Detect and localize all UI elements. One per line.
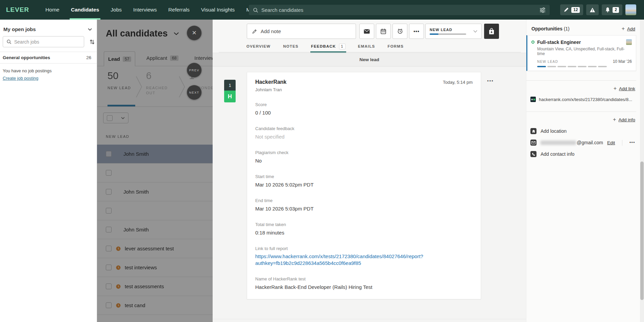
create-job-posting-link[interactable]: Create job posting — [0, 73, 97, 81]
top-nav: LEVER Home Candidates Jobs Interviews Re… — [0, 0, 644, 20]
opportunity-meta: Mountain View, CA, Unspecified, Full-sta… — [537, 47, 632, 56]
opportunity-card[interactable]: Full-stack Engineer Mountain View, CA, U… — [526, 35, 636, 71]
candidate-row[interactable] — [97, 201, 213, 220]
chevron-down-icon — [121, 117, 125, 119]
search-icon — [6, 39, 11, 44]
email-envelope-icon — [530, 140, 536, 146]
scrollbar-track[interactable] — [640, 20, 644, 322]
tab-feedback[interactable]: FEEDBACK1 — [311, 43, 345, 52]
feedback-card-menu[interactable]: ••• — [487, 78, 494, 83]
nav-item-referrals[interactable]: Referrals — [168, 0, 190, 20]
tab-emails[interactable]: EMAILS — [358, 43, 375, 52]
hackerrank-link-text[interactable]: hackerrank.com/x/tests/2172380/candidate… — [539, 97, 632, 102]
nav-item-candidates[interactable]: Candidates — [71, 0, 99, 20]
add-opportunity-button[interactable]: +Add — [622, 26, 635, 32]
pending-edits-button[interactable]: 12 — [560, 4, 583, 15]
stage-new-lead[interactable]: 50 NEW LEAD — [108, 70, 137, 91]
alerts-button[interactable] — [586, 4, 599, 15]
add-location-link[interactable]: Add location — [541, 128, 567, 134]
tab-applicant[interactable]: Applicant 68 — [146, 55, 178, 61]
row-checkbox[interactable] — [106, 170, 112, 176]
add-link-button[interactable]: +Add link — [526, 85, 635, 92]
report-link-line1[interactable]: https://www.hackerrank.com/x/tests/21723… — [255, 253, 473, 260]
scrollbar-thumb[interactable] — [640, 162, 644, 300]
stage-progress-bar — [430, 33, 466, 35]
hackerrank-link-row[interactable]: H hackerrank.com/x/tests/2172380/candida… — [530, 97, 635, 102]
row-checkbox[interactable] — [106, 246, 112, 251]
nav-actions: 12 2 — [560, 4, 636, 15]
tab-overview[interactable]: OVERVIEW — [246, 43, 270, 52]
phone-icon — [530, 151, 536, 157]
stage-dropdown[interactable]: NEW LEAD — [425, 24, 482, 39]
candidate-row[interactable] — [97, 164, 213, 182]
select-all-checkbox[interactable] — [107, 115, 113, 121]
add-info-button[interactable]: +Add info — [526, 117, 635, 123]
row-checkbox[interactable] — [106, 283, 112, 289]
collapse-chevron-icon[interactable] — [88, 28, 92, 31]
sidebar-item-general-opportunities[interactable]: General opportunities 26 — [0, 52, 97, 64]
report-link-line2[interactable]: authkey=fb19b2c9d228634a565b4cc0f6ea9f85 — [255, 260, 473, 267]
next-candidate-button[interactable]: NEXT — [187, 85, 201, 100]
progress-segment — [547, 66, 556, 67]
location-row: Add location — [530, 128, 635, 134]
chevron-down-icon — [473, 30, 477, 33]
candidate-row[interactable]: test interviews — [97, 258, 213, 277]
warning-triangle-icon — [590, 7, 595, 13]
hackerrank-icon: H — [530, 97, 536, 102]
search-jobs-input[interactable] — [14, 39, 80, 45]
schedule-button[interactable] — [376, 24, 391, 39]
email-menu-button[interactable]: ••• — [629, 140, 635, 145]
nav-item-home[interactable]: Home — [45, 0, 59, 20]
archive-button[interactable] — [484, 24, 499, 39]
row-checkbox[interactable] — [106, 265, 112, 270]
tab-notes[interactable]: NOTES — [283, 43, 299, 52]
list-title-chevron-icon[interactable] — [174, 32, 179, 35]
progress-segment — [598, 66, 607, 67]
candidate-row[interactable]: John Smith — [97, 220, 213, 239]
snoozed-clock-icon — [116, 284, 121, 289]
user-avatar[interactable] — [625, 4, 636, 15]
lever-logo[interactable]: LEVER — [6, 6, 29, 14]
jobs-sidebar: My open jobs General opportunities 26 Yo… — [0, 20, 97, 322]
nav-item-interviews[interactable]: Interviews — [133, 0, 157, 20]
add-note-input[interactable] — [261, 28, 351, 34]
close-detail-button[interactable]: ✕ — [187, 26, 201, 40]
feedback-source-title: HackerRank — [255, 79, 287, 85]
snooze-button[interactable] — [392, 24, 407, 39]
more-actions-button[interactable]: ••• — [409, 24, 424, 39]
candidate-row[interactable]: John Smith — [97, 182, 213, 201]
feedback-card: HackerRank Today, 5:14 pm Johnlam Tran S… — [247, 72, 481, 299]
edit-email-link[interactable]: Edit — [607, 140, 615, 145]
tab-forms[interactable]: FORMS — [387, 43, 404, 52]
nav-item-visual-insights[interactable]: Visual Insights — [201, 0, 235, 20]
snoozed-clock-icon — [116, 303, 121, 308]
add-contact-info-link[interactable]: Add contact info — [541, 151, 574, 157]
sort-jobs-icon[interactable] — [90, 39, 97, 45]
opportunities-title: Opportunities (1) — [531, 26, 570, 31]
add-note-field[interactable] — [247, 24, 356, 39]
notifications-button[interactable]: 2 — [602, 4, 622, 15]
tab-lead[interactable]: Lead 57 — [104, 51, 135, 66]
nav-item-jobs[interactable]: Jobs — [111, 0, 122, 20]
prev-candidate-button[interactable]: PREV — [187, 63, 201, 77]
select-all-dropdown[interactable] — [103, 113, 128, 123]
advanced-filters-icon[interactable] — [540, 7, 546, 13]
row-checkbox[interactable] — [106, 227, 112, 232]
row-checkbox[interactable] — [106, 189, 112, 195]
row-checkbox[interactable] — [106, 302, 112, 308]
candidate-row[interactable]: test cand — [97, 296, 213, 315]
global-search[interactable] — [249, 5, 550, 15]
tab-interview[interactable]: Interview — [194, 55, 213, 61]
candidate-row[interactable]: John Smith — [97, 145, 213, 164]
contact-row: Add contact info — [530, 151, 635, 157]
candidate-row[interactable]: test assessments — [97, 277, 213, 296]
divider — [213, 319, 526, 319]
search-candidates-input[interactable] — [261, 7, 540, 13]
row-checkbox[interactable] — [106, 151, 112, 157]
email-button[interactable] — [359, 24, 374, 39]
candidate-row[interactable]: lever assessment test — [97, 239, 213, 258]
job-search-field[interactable] — [3, 36, 84, 47]
stage-reached-out[interactable]: 6 REACHED OUT — [146, 70, 175, 96]
row-checkbox[interactable] — [106, 208, 112, 214]
feedback-count-badge: 1 — [339, 44, 345, 49]
